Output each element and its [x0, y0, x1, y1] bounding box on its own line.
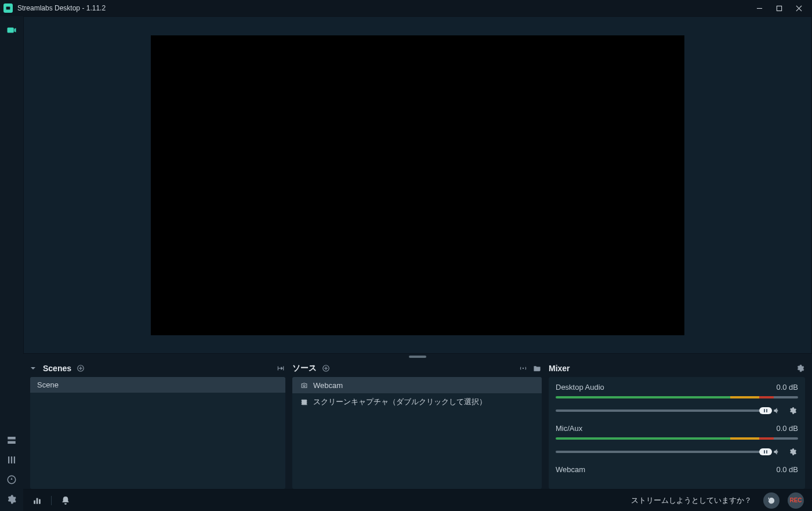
- stream-question-text: ストリームしようとしていますか？: [631, 495, 752, 506]
- titlebar: Streamlabs Desktop - 1.11.2: [0, 0, 812, 16]
- record-button-label: REC: [789, 497, 802, 503]
- mixer-item: Desktop Audio 0.0 dB: [549, 380, 805, 422]
- nav-sidebar: [0, 16, 23, 511]
- mixer-item: Webcam 0.0 dB: [549, 463, 805, 484]
- minimize-button[interactable]: [749, 0, 769, 16]
- source-row-label: Webcam: [313, 381, 343, 390]
- source-row[interactable]: Webcam: [292, 377, 542, 393]
- svg-rect-7: [8, 456, 9, 463]
- mixer-item-name: Mic/Aux: [556, 424, 582, 433]
- vu-meter: [556, 396, 798, 398]
- svg-point-20: [523, 368, 524, 369]
- mixer-item-db: 0.0 dB: [776, 383, 798, 392]
- add-scene-button[interactable]: [76, 364, 85, 373]
- svg-rect-2: [777, 6, 781, 10]
- app-icon: [3, 3, 13, 13]
- mute-button[interactable]: [771, 447, 782, 457]
- camera-icon: [299, 380, 309, 390]
- svg-point-21: [303, 385, 304, 386]
- svg-rect-0: [6, 7, 10, 10]
- scenes-title: Scenes: [43, 364, 71, 373]
- nav-editor[interactable]: [3, 22, 20, 38]
- preview-canvas: [151, 35, 684, 335]
- footer-divider: [51, 496, 52, 505]
- svg-rect-8: [11, 456, 12, 463]
- record-button[interactable]: REC: [788, 492, 804, 509]
- mixer-item-db: 0.0 dB: [776, 424, 798, 433]
- scenes-panel: Scenes Scene: [30, 360, 285, 489]
- svg-rect-24: [37, 498, 38, 503]
- footer: ストリームしようとしていますか？ REC: [23, 489, 812, 511]
- maximize-button[interactable]: [769, 0, 789, 16]
- svg-rect-25: [39, 499, 40, 503]
- nav-layout[interactable]: [3, 432, 20, 448]
- mixer-item-settings-button[interactable]: [788, 405, 798, 416]
- mixer-item-name: Desktop Audio: [556, 383, 604, 392]
- panel-resize-handle[interactable]: [23, 354, 812, 360]
- volume-slider[interactable]: [556, 451, 766, 453]
- sources-title: ソース: [292, 363, 317, 374]
- nav-themes[interactable]: [3, 452, 20, 468]
- stats-button[interactable]: [31, 495, 43, 506]
- mixer-title: Mixer: [549, 364, 570, 373]
- mixer-panel: Mixer Desktop Audio 0.0 dB: [549, 360, 805, 489]
- svg-rect-6: [8, 441, 16, 444]
- mixer-item: Mic/Aux 0.0 dB: [549, 422, 805, 463]
- source-row[interactable]: スクリーンキャプチャ（ダブルクリックして選択）: [292, 393, 542, 411]
- sources-panel: ソース: [292, 360, 542, 489]
- mixer-settings-button[interactable]: [796, 364, 805, 373]
- scene-transition-button[interactable]: [276, 364, 285, 373]
- nav-app-store[interactable]: [3, 472, 20, 488]
- select-box-icon: [299, 397, 309, 407]
- volume-thumb[interactable]: [759, 448, 772, 455]
- app-title: Streamlabs Desktop - 1.11.2: [17, 4, 106, 12]
- mute-button[interactable]: [771, 405, 782, 416]
- nav-settings[interactable]: [3, 491, 20, 508]
- volume-slider[interactable]: [556, 409, 766, 412]
- mixer-item-name: Webcam: [556, 465, 585, 474]
- close-button[interactable]: [789, 0, 809, 16]
- vu-meter: [556, 437, 798, 440]
- notifications-button[interactable]: [60, 495, 71, 506]
- source-folder-button[interactable]: [532, 364, 542, 373]
- undo-button[interactable]: [763, 492, 780, 509]
- mixer-item-db: 0.0 dB: [776, 465, 798, 474]
- preview-area[interactable]: [23, 16, 812, 354]
- add-source-button[interactable]: [321, 364, 331, 373]
- source-broadcast-icon[interactable]: [519, 364, 528, 373]
- volume-thumb[interactable]: [759, 407, 772, 414]
- scene-row[interactable]: Scene: [30, 377, 285, 393]
- svg-rect-22: [302, 400, 307, 405]
- svg-rect-9: [14, 456, 15, 463]
- svg-rect-5: [8, 437, 16, 440]
- svg-rect-23: [34, 501, 35, 503]
- scenes-collapse-toggle[interactable]: [30, 365, 36, 371]
- mixer-item-settings-button[interactable]: [788, 447, 798, 457]
- scene-row-label: Scene: [37, 380, 59, 389]
- source-row-label: スクリーンキャプチャ（ダブルクリックして選択）: [313, 397, 487, 407]
